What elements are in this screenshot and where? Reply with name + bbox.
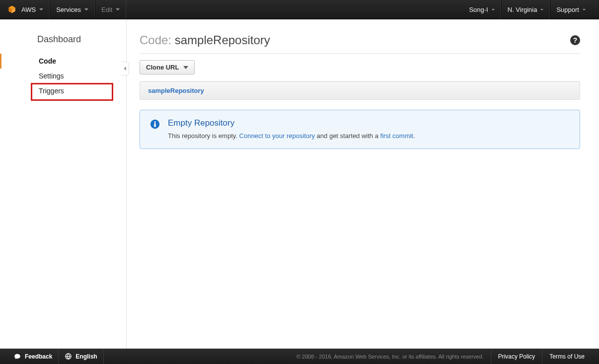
feedback-label: Feedback	[25, 353, 52, 360]
region-label: N. Virginia	[508, 6, 537, 13]
sidebar-item-triggers[interactable]: Triggers	[0, 83, 126, 98]
sidebar-item-code[interactable]: Code	[0, 54, 126, 69]
services-menu[interactable]: Services	[50, 0, 95, 19]
chevron-down-icon	[183, 66, 188, 69]
svg-rect-2	[154, 123, 155, 127]
clone-url-label: Clone URL	[146, 64, 179, 71]
chevron-down-icon	[492, 9, 495, 10]
main-layout: Dashboard Code Settings Triggers Code: s…	[0, 19, 599, 349]
breadcrumb[interactable]: sampleRepository	[140, 81, 580, 100]
region-menu[interactable]: N. Virginia	[501, 0, 550, 19]
services-label: Services	[56, 6, 81, 13]
content: Code: sampleRepository ? Clone URL sampl…	[127, 19, 599, 349]
globe-icon	[65, 353, 72, 360]
sidebar-heading: Dashboard	[0, 34, 126, 54]
sidebar-item-label: Settings	[39, 72, 64, 80]
page-title: Code: sampleRepository ?	[140, 33, 580, 54]
connect-link[interactable]: Connect to your repository	[239, 132, 315, 140]
edit-menu[interactable]: Edit	[95, 0, 126, 19]
privacy-link[interactable]: Privacy Policy	[491, 349, 542, 364]
info-text: This repository is empty. Connect to you…	[168, 132, 415, 140]
sidebar: Dashboard Code Settings Triggers	[0, 19, 127, 349]
aws-label: AWS	[21, 6, 36, 13]
support-label: Support	[556, 6, 579, 13]
sidebar-collapse-toggle[interactable]	[121, 62, 129, 75]
top-nav: AWS Services Edit Song-I N. Virginia Sup…	[0, 0, 599, 19]
user-label: Song-I	[469, 6, 488, 13]
sidebar-item-label: Code	[39, 57, 56, 65]
first-commit-link[interactable]: first commit	[380, 132, 413, 140]
copyright-text: © 2008 - 2016, Amazon Web Services, Inc.…	[297, 354, 484, 360]
language-label: English	[75, 353, 97, 360]
clone-url-button[interactable]: Clone URL	[140, 60, 195, 74]
sidebar-item-settings[interactable]: Settings	[0, 69, 126, 83]
chevron-down-icon	[84, 8, 88, 10]
footer: Feedback English © 2008 - 2016, Amazon W…	[0, 349, 599, 364]
info-title: Empty Repository	[168, 118, 415, 128]
chevron-down-icon	[39, 8, 43, 10]
sidebar-item-label: Triggers	[39, 87, 64, 95]
breadcrumb-label: sampleRepository	[148, 87, 204, 94]
chevron-down-icon	[116, 8, 120, 10]
chevron-down-icon	[583, 9, 586, 10]
chevron-down-icon	[540, 9, 543, 10]
repo-name: sampleRepository	[175, 33, 270, 47]
support-menu[interactable]: Support	[550, 0, 592, 19]
toolbar: Clone URL	[140, 54, 580, 81]
svg-point-1	[154, 121, 155, 123]
feedback-button[interactable]: Feedback	[7, 349, 59, 364]
info-icon	[150, 119, 160, 129]
title-prefix: Code:	[140, 33, 175, 47]
help-icon[interactable]: ?	[570, 35, 580, 45]
language-button[interactable]: English	[59, 349, 103, 364]
speech-bubble-icon	[13, 353, 21, 360]
terms-link[interactable]: Terms of Use	[542, 349, 592, 364]
chevron-left-icon	[124, 67, 126, 71]
aws-logo-menu[interactable]: AWS	[7, 0, 50, 19]
edit-label: Edit	[101, 6, 112, 13]
info-box: Empty Repository This repository is empt…	[140, 110, 580, 149]
user-menu[interactable]: Song-I	[469, 0, 501, 19]
info-content: Empty Repository This repository is empt…	[168, 118, 415, 140]
cube-icon	[7, 5, 16, 14]
